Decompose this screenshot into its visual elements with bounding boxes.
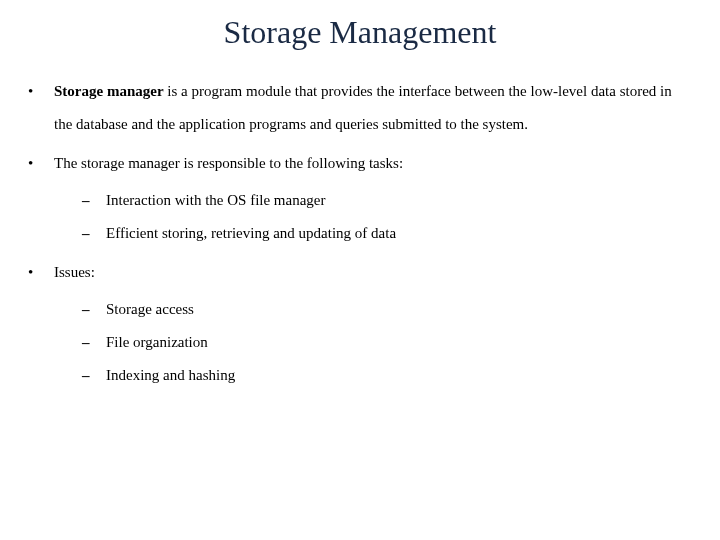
list-item-text: Storage manager is a program module that…: [54, 75, 692, 141]
sub-item-text: Indexing and hashing: [106, 359, 692, 392]
dash-icon: –: [82, 326, 106, 359]
sub-list-item: – File organization: [82, 326, 692, 359]
sub-item-text: File organization: [106, 326, 692, 359]
dash-icon: –: [82, 293, 106, 326]
dash-icon: –: [82, 359, 106, 392]
list-item-text: The storage manager is responsible to th…: [54, 155, 403, 171]
sub-item-text: Interaction with the OS file manager: [106, 184, 692, 217]
list-item: • Storage manager is a program module th…: [28, 75, 692, 141]
bullet-icon: •: [28, 75, 54, 141]
sub-list: – Storage access – File organization – I…: [54, 293, 692, 392]
sub-list-item: – Indexing and hashing: [82, 359, 692, 392]
list-item-content: The storage manager is responsible to th…: [54, 147, 692, 250]
list-item: • Issues: – Storage access – File organi…: [28, 256, 692, 392]
list-item-text: Issues:: [54, 264, 95, 280]
sub-list: – Interaction with the OS file manager –…: [54, 184, 692, 250]
sub-list-item: – Storage access: [82, 293, 692, 326]
dash-icon: –: [82, 184, 106, 217]
bullet-icon: •: [28, 147, 54, 250]
dash-icon: –: [82, 217, 106, 250]
bullet-icon: •: [28, 256, 54, 392]
list-item: • The storage manager is responsible to …: [28, 147, 692, 250]
sub-item-text: Efficient storing, retrieving and updati…: [106, 217, 692, 250]
slide: Storage Management • Storage manager is …: [0, 0, 720, 540]
slide-title: Storage Management: [28, 14, 692, 51]
sub-list-item: – Efficient storing, retrieving and upda…: [82, 217, 692, 250]
sub-list-item: – Interaction with the OS file manager: [82, 184, 692, 217]
sub-item-text: Storage access: [106, 293, 692, 326]
bullet-list: • Storage manager is a program module th…: [28, 75, 692, 392]
list-item-content: Issues: – Storage access – File organiza…: [54, 256, 692, 392]
emphasis-text: Storage manager: [54, 83, 164, 99]
